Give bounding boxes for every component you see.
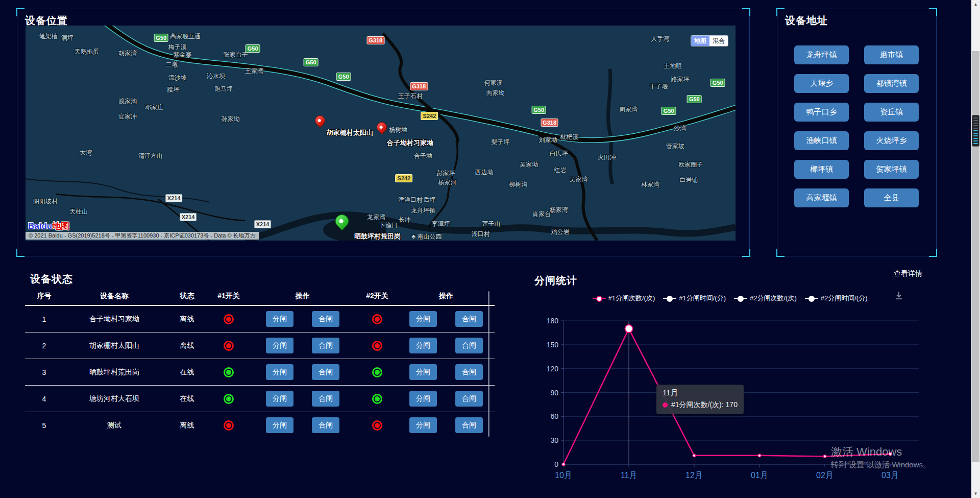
operation-cell: 分闸合闸	[398, 364, 495, 380]
scrollbar-down-arrow[interactable]: ▼	[971, 489, 980, 498]
baidu-logo[interactable]: Baidu地图	[28, 220, 69, 232]
scrollbar-thumb[interactable]	[972, 51, 979, 462]
view-details-link[interactable]: 查看详情	[894, 269, 922, 278]
map-town-label: 笔架槽	[39, 32, 58, 41]
address-button[interactable]: 渔峡口镇	[794, 131, 849, 150]
address-button[interactable]: 全县	[864, 188, 919, 207]
open-switch-button[interactable]: 分闸	[409, 417, 437, 433]
switch-indicator-red	[372, 420, 382, 431]
switch-indicator-red	[372, 341, 382, 351]
legend-item[interactable]: #2分闸时间/(分)	[805, 294, 868, 303]
corner-decoration	[16, 249, 24, 257]
close-switch-button[interactable]: 合闸	[312, 338, 339, 353]
open-switch-button[interactable]: 分闸	[409, 338, 437, 353]
map-town-label: 湖口村	[472, 229, 490, 238]
map-pin-icon	[333, 212, 352, 231]
svg-text:11月: 11月	[621, 471, 638, 480]
close-switch-button[interactable]: 合闸	[455, 417, 483, 433]
baidu-map[interactable]: 笔架槽洞坪天鹅抱蛋胡家湾高家堰互通梅子溪紫金寨二墩流沙坡沁水坝腰坪跑马坪渡家沟邓…	[26, 26, 736, 241]
map-town-label: 官家冲	[118, 112, 137, 121]
legend-item[interactable]: #1分闸次数/(次)	[593, 294, 655, 303]
switch-cell	[357, 420, 398, 431]
open-switch-button[interactable]: 分闸	[409, 391, 437, 407]
address-button[interactable]: 火烧坪乡	[864, 131, 919, 150]
close-switch-button[interactable]: 合闸	[455, 364, 483, 380]
open-switch-button[interactable]: 分闸	[266, 311, 293, 327]
switch-indicator-green	[224, 394, 234, 404]
road-badge: G50	[531, 106, 546, 114]
table-row: 3晒鼓坪村荒田岗在线分闸合闸分闸合闸	[25, 359, 495, 386]
switch-cell	[209, 394, 249, 404]
table-cell-name: 胡家棚村太阳山	[63, 341, 165, 350]
svg-text:0: 0	[554, 460, 558, 468]
map-type-option[interactable]: 混合	[709, 36, 728, 46]
table-cell-status: 在线	[165, 394, 209, 404]
switch-indicator-red	[224, 420, 234, 431]
road-badge: G50	[710, 79, 725, 87]
map-type-switcher: 地图混合	[691, 35, 728, 46]
scrollbar-up-arrow[interactable]: ▲	[971, 0, 980, 9]
close-switch-button[interactable]: 合闸	[312, 391, 339, 407]
legend-item[interactable]: #1分闸时间/(分)	[663, 294, 726, 303]
svg-text:90: 90	[550, 389, 558, 397]
address-button[interactable]: 榔坪镇	[794, 160, 849, 179]
switch-cell	[357, 367, 398, 377]
close-switch-button[interactable]: 合闸	[455, 391, 483, 407]
close-switch-button[interactable]: 合闸	[312, 364, 339, 380]
legend-circle	[596, 296, 602, 302]
legend-label: #1分闸时间/(分)	[679, 294, 726, 303]
map-town-label: 莲子山	[482, 220, 500, 228]
svg-text:180: 180	[547, 317, 559, 325]
map-town-label: ♣ 南山公园	[411, 232, 442, 241]
address-button[interactable]: 高家堰镇	[794, 188, 849, 207]
map-town-label: 杨家湾	[550, 205, 568, 214]
road-badge: G50	[304, 58, 318, 66]
table-header-cell: 序号	[25, 292, 63, 301]
operation-cell: 分闸合闸	[249, 364, 357, 380]
legend-label: #1分闸次数/(次)	[608, 294, 655, 303]
address-button[interactable]: 大堰乡	[794, 74, 849, 93]
operation-cell: 分闸合闸	[398, 311, 495, 327]
corner-decoration	[929, 8, 937, 16]
open-switch-button[interactable]: 分闸	[266, 364, 293, 380]
corner-decoration	[742, 249, 750, 257]
address-button[interactable]: 磨市镇	[864, 45, 919, 64]
close-switch-button[interactable]: 合闸	[455, 311, 483, 327]
open-switch-button[interactable]: 分闸	[266, 417, 293, 433]
address-button[interactable]: 都镇湾镇	[864, 74, 919, 93]
download-icon[interactable]	[894, 291, 903, 302]
map-town-label: 腰坪	[167, 85, 179, 94]
open-switch-button[interactable]: 分闸	[409, 364, 437, 380]
map-town-label: 杨树坳	[389, 126, 407, 134]
address-button[interactable]: 贺家坪镇	[864, 160, 919, 179]
marker-label: 晒鼓坪村荒田岗	[354, 232, 401, 241]
close-switch-button[interactable]: 合闸	[312, 417, 339, 433]
page-scrollbar[interactable]: ▲ ▼	[971, 0, 980, 498]
map-town-label: 干子堰	[650, 82, 668, 91]
address-button[interactable]: 鸭子口乡	[794, 103, 849, 122]
table-cell-name: 塘坊河村大石坝	[63, 394, 165, 404]
table-cell-no: 5	[25, 421, 63, 430]
table-cell-no: 2	[25, 342, 63, 350]
map-town-label: 长冲	[399, 216, 411, 224]
switch-cell	[209, 341, 249, 351]
operation-cell: 分闸合闸	[398, 338, 495, 353]
table-scrollbar[interactable]	[488, 291, 489, 437]
windows-activation-watermark: 激活 Windows	[831, 444, 902, 460]
switch-cell	[357, 341, 398, 351]
table-cell-status: 离线	[165, 341, 209, 350]
close-switch-button[interactable]: 合闸	[312, 311, 339, 327]
open-switch-button[interactable]: 分闸	[266, 338, 293, 353]
legend-item[interactable]: #2分闸次数/(次)	[734, 294, 797, 303]
address-button[interactable]: 资丘镇	[864, 103, 919, 122]
map-town-label: 天鹅抱蛋	[75, 47, 99, 56]
switch-cell	[209, 314, 249, 324]
address-button[interactable]: 龙舟坪镇	[794, 45, 849, 64]
map-town-label: 土地咀	[664, 62, 682, 70]
close-switch-button[interactable]: 合闸	[455, 338, 483, 353]
open-switch-button[interactable]: 分闸	[409, 311, 437, 327]
svg-text:150: 150	[547, 341, 559, 349]
table-cell-no: 4	[25, 395, 63, 403]
map-type-active[interactable]: 地图	[691, 36, 709, 46]
open-switch-button[interactable]: 分闸	[266, 391, 293, 407]
